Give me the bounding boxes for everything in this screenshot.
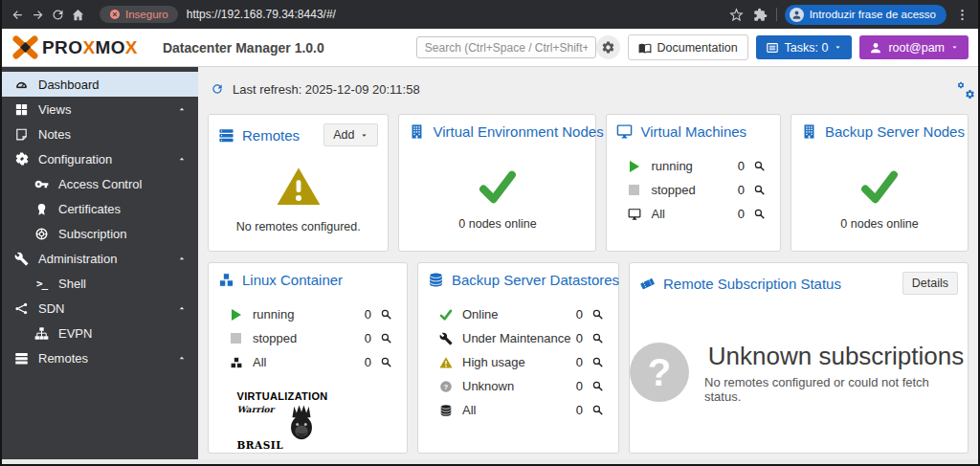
browser-profile-button[interactable]: Introduzir frase de acesso [785, 5, 947, 25]
subscription-note: No remotes configured or could not fetch… [704, 375, 968, 404]
sidebar-item-shell[interactable]: >_ Shell [2, 271, 198, 296]
warning-icon [274, 164, 323, 210]
chevron-up-icon [177, 303, 187, 313]
building-icon [409, 123, 425, 140]
note-icon [13, 126, 30, 142]
question-icon [438, 379, 453, 393]
profile-label: Introduzir frase de acesso [810, 9, 936, 20]
refresh-icon[interactable] [211, 82, 224, 96]
forward-icon[interactable] [30, 7, 46, 23]
search-icon[interactable] [591, 356, 604, 368]
search-icon[interactable] [591, 380, 604, 392]
sidebar-item-label: SDN [38, 301, 64, 316]
status-row-all: All 0 [616, 202, 770, 226]
details-button[interactable]: Details [902, 272, 958, 295]
status-row-maintenance: Under Maintenance 0 [428, 326, 609, 350]
search-icon[interactable] [591, 332, 604, 344]
row-count: 0 [576, 403, 583, 417]
sidebar-item-notes[interactable]: Notes [2, 122, 198, 146]
card-title: Virtual Environment Nodes [433, 123, 603, 140]
search-icon[interactable] [380, 308, 392, 321]
ticket-icon [639, 276, 656, 292]
not-secure-icon [109, 9, 121, 20]
search-icon[interactable] [591, 308, 604, 321]
row-count: 0 [738, 159, 745, 173]
app-title: Datacenter Manager 1.0.0 [163, 40, 324, 55]
check-icon [438, 307, 453, 322]
check-icon [476, 166, 520, 207]
sidebar-item-subscription[interactable]: Subscription [2, 221, 198, 246]
row-label: running [651, 159, 692, 173]
theme-gear-button[interactable] [596, 35, 620, 59]
app-header: PROXMOX Datacenter Manager 1.0.0 Documen… [2, 29, 978, 67]
user-icon [869, 41, 882, 55]
wrench-icon [438, 331, 453, 345]
subscription-headline: Unknown subscriptions [708, 342, 964, 371]
user-label: root@pam [888, 41, 945, 55]
watermark-line1: VIRTUALIZATION [237, 390, 379, 402]
back-icon[interactable] [10, 7, 26, 23]
dashboard-panel: Last refresh: 2025-12-09 20:11:58 Remote… [198, 67, 978, 459]
chevron-up-icon [177, 104, 187, 114]
documentation-button[interactable]: Documentation [628, 34, 748, 60]
sidebar-item-sdn[interactable]: SDN [2, 296, 198, 321]
sidebar-item-certificates[interactable]: Certificates [2, 196, 198, 221]
cubes-icon [229, 355, 243, 369]
wrench-icon [13, 251, 30, 266]
status-row-stopped: stopped 0 [218, 326, 397, 350]
card-title: Remotes [242, 127, 300, 144]
status-row-all: All 0 [218, 350, 397, 374]
sidebar-item-dashboard[interactable]: Dashboard [2, 72, 198, 97]
server-stack-icon [13, 350, 30, 366]
chevron-up-icon [177, 353, 187, 363]
question-circle-icon: ? [630, 343, 689, 402]
card-title: Linux Container [242, 272, 343, 288]
search-icon[interactable] [753, 208, 766, 220]
refresh-bar: Last refresh: 2025-12-09 20:11:58 [211, 76, 965, 102]
row-count: 0 [738, 207, 745, 221]
row-label: stopped [651, 183, 695, 197]
check-icon [858, 166, 902, 207]
search-input[interactable] [416, 36, 596, 58]
sidebar-item-evpn[interactable]: EVPN [2, 321, 198, 345]
proxmox-wordmark: PROXMOX [42, 37, 138, 58]
user-menu-button[interactable]: root@pam [859, 35, 969, 59]
nodes-online-text: 0 nodes online [840, 217, 918, 231]
search-icon[interactable] [380, 356, 392, 368]
add-remote-button[interactable]: Add [323, 123, 378, 146]
sidebar-item-label: Configuration [38, 152, 112, 166]
not-secure-label: Inseguro [125, 9, 168, 20]
tasks-button[interactable]: Tasks: 0 [756, 35, 853, 59]
search-icon[interactable] [380, 332, 392, 344]
database-icon [428, 272, 444, 288]
cogs-icon [13, 151, 30, 166]
sidebar-item-label: Views [38, 102, 71, 117]
sidebar-item-remotes[interactable]: Remotes [2, 345, 198, 370]
profile-avatar-icon [790, 8, 804, 22]
browser-menu-icon[interactable] [954, 7, 970, 23]
sidebar-item-configuration[interactable]: Configuration [2, 146, 198, 171]
linux-container-card: Linux Container running 0 stop [208, 262, 408, 454]
address-bar[interactable]: Inseguro https://192.168.79.34:8443/#/ [98, 3, 717, 26]
search-icon[interactable] [753, 184, 766, 196]
extensions-icon[interactable] [752, 7, 768, 23]
reload-icon[interactable] [50, 7, 66, 23]
sidebar-item-administration[interactable]: Administration [2, 246, 198, 271]
card-title: Backup Server Datastores [452, 272, 619, 288]
not-secure-badge[interactable]: Inseguro [100, 6, 178, 23]
watermark-line2: Warrior [237, 405, 275, 414]
status-row-unknown: Unknown 0 [428, 374, 609, 398]
search-icon[interactable] [591, 404, 604, 416]
row-label: running [253, 307, 294, 322]
row-count: 0 [576, 379, 583, 393]
search-icon[interactable] [753, 160, 766, 172]
backup-datastores-card: Backup Server Datastores Online 0 [417, 262, 619, 454]
url-text: https://192.168.79.34:8443/#/ [187, 8, 336, 21]
row-label: stopped [253, 331, 297, 345]
bookmark-star-icon[interactable] [728, 7, 745, 23]
sidebar-item-access-control[interactable]: Access Control [2, 171, 198, 196]
warning-icon [438, 355, 453, 369]
row-label: All [253, 355, 266, 369]
home-icon[interactable] [70, 7, 86, 23]
sidebar-item-views[interactable]: Views [2, 97, 198, 122]
